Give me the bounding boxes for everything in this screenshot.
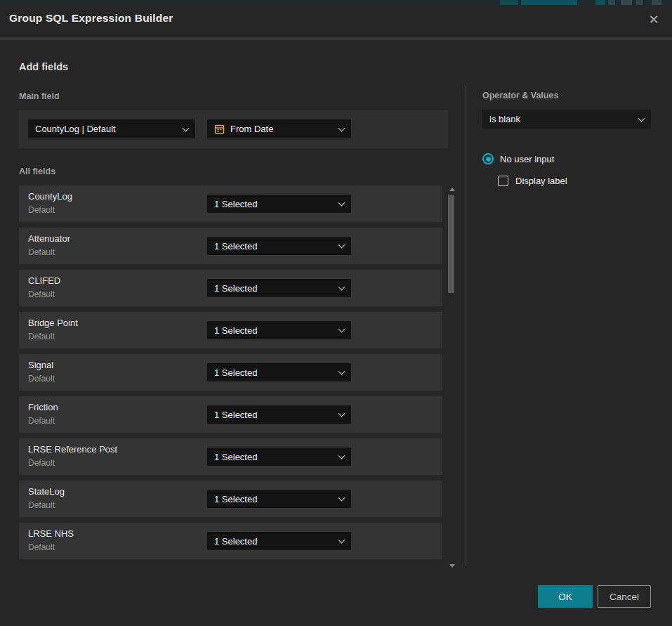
main-field-value: From Date [230,124,273,134]
screen: Group SQL Expression Builder ✕ Add field… [0,0,672,626]
field-selected-value: 1 Selected [214,536,257,547]
background-app-bar [0,0,672,5]
background-decoration [652,0,661,5]
chevron-down-icon [338,452,345,459]
chevron-down-icon [638,115,645,122]
field-selected-value: 1 Selected [214,325,257,336]
background-decoration [500,0,518,5]
field-selected-value: 1 Selected [214,452,257,462]
no-user-input-radio-row[interactable]: No user input [482,153,554,164]
field-name: Friction [28,402,58,412]
field-sublabel: Default [28,542,55,552]
field-sublabel: Default [28,416,55,426]
background-decoration [521,0,577,5]
calendar-icon [214,124,225,134]
chevron-down-icon [338,368,345,375]
main-field-panel: CountyLog | Default From Date [19,110,448,148]
field-row: CountyLog Default 1 Selected [19,185,442,222]
chevron-down-icon [338,284,345,291]
field-name: Bridge Point [28,318,78,328]
field-name: Signal [28,360,53,370]
field-row: Signal Default 1 Selected [19,354,442,391]
chevron-down-icon [338,495,345,502]
titlebar-divider [0,39,672,39]
field-selected-dropdown[interactable]: 1 Selected [207,279,351,297]
chevron-down-icon [338,124,345,131]
field-sublabel: Default [28,332,55,341]
field-name: StateLog [28,486,65,497]
field-sublabel: Default [28,374,55,384]
field-row: StateLog Default 1 Selected [19,481,442,517]
background-decoration [608,0,615,5]
checkbox[interactable] [498,176,508,186]
dialog-title: Group SQL Expression Builder [9,12,173,25]
main-field-source-value: CountyLog | Default [35,124,116,134]
group-sql-expression-builder-dialog: Group SQL Expression Builder ✕ Add field… [0,5,672,626]
operator-dropdown[interactable]: is blank [482,110,651,129]
field-selected-dropdown[interactable]: 1 Selected [207,448,351,466]
main-field-dropdown[interactable]: From Date [207,119,351,138]
field-selected-dropdown[interactable]: 1 Selected [207,490,351,508]
field-name: LRSE NHS [28,528,74,539]
field-row: CLIFED Default 1 Selected [19,270,442,306]
ok-button[interactable]: OK [538,585,593,608]
field-row: Bridge Point Default 1 Selected [19,312,442,348]
panel-divider [466,86,466,566]
field-selected-value: 1 Selected [214,367,257,378]
field-name: LRSE Reference Post [28,444,117,455]
field-sublabel: Default [28,458,55,468]
chevron-down-icon [338,242,345,249]
field-row: Attenuator Default 1 Selected [19,228,442,264]
chevron-down-icon [338,410,345,417]
field-selected-dropdown[interactable]: 1 Selected [207,405,351,424]
field-name: CLIFED [28,275,60,286]
field-name: CountyLog [28,191,72,202]
field-sublabel: Default [28,247,55,257]
all-fields-label: All fields [19,167,55,176]
main-field-source-dropdown[interactable]: CountyLog | Default [28,119,195,138]
display-label-checkbox-row[interactable]: Display label [498,176,567,186]
field-selected-value: 1 Selected [214,410,257,420]
main-field-label: Main field [19,91,60,101]
list-scrollbar[interactable] [447,185,456,569]
operator-value: is blank [489,114,520,124]
all-fields-list: CountyLog Default 1 Selected Attenuator … [19,185,442,565]
field-row: LRSE Reference Post Default 1 Selected [19,438,442,475]
scroll-down-icon[interactable] [449,564,455,568]
field-selected-dropdown[interactable]: 1 Selected [207,195,351,213]
background-decoration [621,0,632,5]
field-selected-value: 1 Selected [214,283,257,294]
close-icon[interactable]: ✕ [645,11,663,29]
field-sublabel: Default [28,205,55,215]
chevron-down-icon [183,124,190,131]
field-row: Friction Default 1 Selected [19,396,442,433]
chevron-down-icon [338,537,345,544]
field-sublabel: Default [28,289,55,299]
field-selected-value: 1 Selected [214,199,257,209]
field-selected-dropdown[interactable]: 1 Selected [207,363,351,382]
scroll-up-icon[interactable] [449,188,455,191]
field-name: Attenuator [28,233,70,244]
field-selected-value: 1 Selected [214,494,257,504]
add-fields-heading: Add fields [19,61,68,72]
field-selected-dropdown[interactable]: 1 Selected [207,237,351,255]
radio-label[interactable]: No user input [500,154,554,164]
chevron-down-icon [338,200,345,207]
field-row: LRSE NHS Default 1 Selected [19,523,442,559]
checkbox-label[interactable]: Display label [515,176,567,186]
field-selected-value: 1 Selected [214,241,257,252]
radio-button[interactable] [482,153,494,164]
chevron-down-icon [338,326,345,333]
scrollbar-thumb[interactable] [448,195,454,293]
field-sublabel: Default [28,500,55,510]
field-selected-dropdown[interactable]: 1 Selected [207,532,351,550]
cancel-button[interactable]: Cancel [598,585,651,608]
background-decoration [595,0,605,5]
background-decoration [636,0,643,5]
field-selected-dropdown[interactable]: 1 Selected [207,321,351,339]
operator-values-label: Operator & Values [482,91,558,100]
